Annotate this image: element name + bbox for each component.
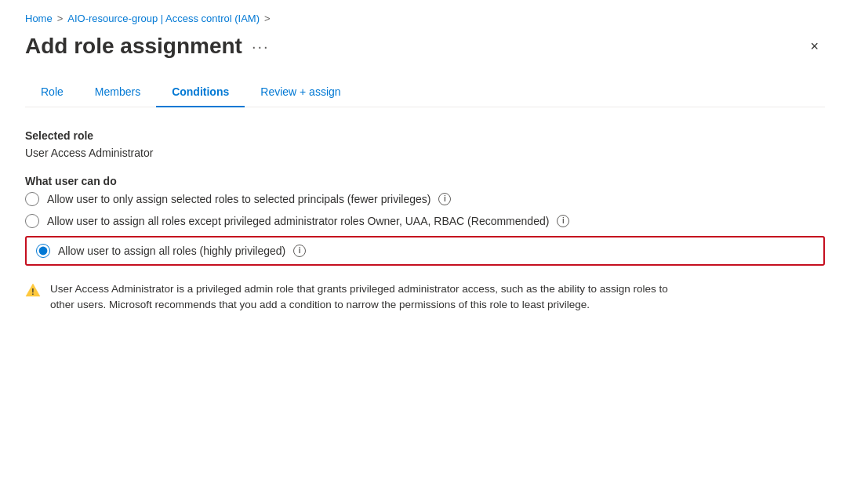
warning-box: ! User Access Administrator is a privile… xyxy=(25,281,692,314)
breadcrumb-resource[interactable]: AIO-resource-group | Access control (IAM… xyxy=(67,13,260,24)
radio-label-3[interactable]: Allow user to assign all roles (highly p… xyxy=(58,245,285,257)
tab-conditions[interactable]: Conditions xyxy=(156,78,245,107)
info-icon-2[interactable]: i xyxy=(557,215,569,227)
info-icon-1[interactable]: i xyxy=(438,193,451,205)
selected-role-label: Selected role xyxy=(25,129,825,142)
tab-review[interactable]: Review + assign xyxy=(245,78,356,107)
warning-text: User Access Administrator is a privilege… xyxy=(50,281,692,314)
breadcrumb-sep2: > xyxy=(264,13,271,24)
radio-label-2[interactable]: Allow user to assign all roles except pr… xyxy=(47,215,549,227)
tab-role[interactable]: Role xyxy=(25,78,79,107)
more-options-button[interactable]: ··· xyxy=(252,38,270,56)
breadcrumb: Home > AIO-resource-group | Access contr… xyxy=(25,13,825,24)
radio-option-2: Allow user to assign all roles except pr… xyxy=(25,214,825,228)
radio-option-3-highlight: Allow user to assign all roles (highly p… xyxy=(25,236,825,266)
info-icon-3[interactable]: i xyxy=(293,245,306,257)
what-user-can-do-section: What user can do Allow user to only assi… xyxy=(25,175,825,266)
breadcrumb-home[interactable]: Home xyxy=(25,13,53,24)
page-title: Add role assignment xyxy=(25,34,242,59)
radio-input-2[interactable] xyxy=(25,214,39,228)
breadcrumb-sep1: > xyxy=(57,13,64,24)
radio-option-1: Allow user to only assign selected roles… xyxy=(25,192,825,206)
tabs-nav: Role Members Conditions Review + assign xyxy=(25,78,825,107)
radio-label-1[interactable]: Allow user to only assign selected roles… xyxy=(47,193,430,205)
what-user-can-do-label: What user can do xyxy=(25,175,825,187)
close-button[interactable]: × xyxy=(804,36,825,56)
radio-input-1[interactable] xyxy=(25,192,39,206)
selected-role-value: User Access Administrator xyxy=(25,147,825,159)
radio-group: Allow user to only assign selected roles… xyxy=(25,192,825,266)
page-title-row: Add role assignment ··· × xyxy=(25,34,825,59)
page-title-left: Add role assignment ··· xyxy=(25,34,270,59)
selected-role-section: Selected role User Access Administrator xyxy=(25,129,825,159)
radio-input-3[interactable] xyxy=(36,244,50,258)
warning-icon: ! xyxy=(25,282,41,298)
add-role-assignment-panel: Home > AIO-resource-group | Access contr… xyxy=(0,0,850,504)
svg-text:!: ! xyxy=(31,288,34,296)
tab-members[interactable]: Members xyxy=(79,78,156,107)
